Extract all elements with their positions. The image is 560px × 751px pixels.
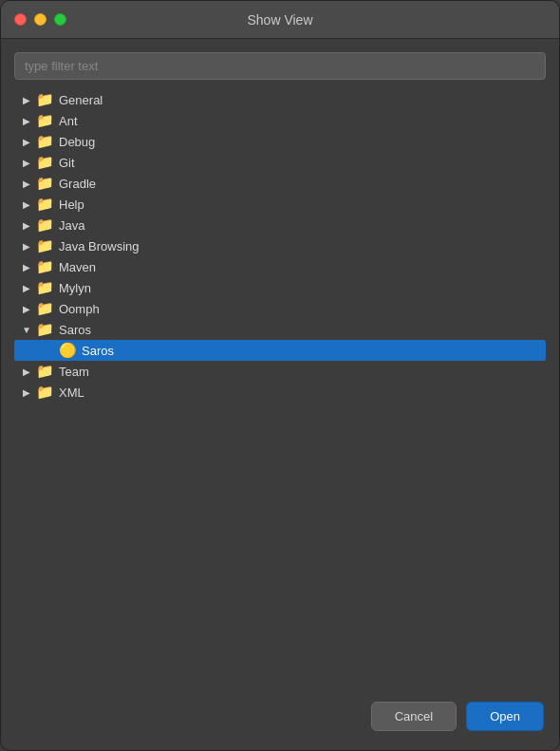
tree-item-gradle[interactable]: ▶📁Gradle: [14, 173, 546, 194]
arrow-icon: ▶: [20, 260, 33, 273]
folder-icon: 📁: [35, 134, 54, 149]
tree-item-label: Mylyn: [59, 281, 91, 295]
arrow-icon: ▶: [20, 239, 33, 253]
tree-item-mylyn[interactable]: ▶📁Mylyn: [14, 277, 546, 298]
tree-item-java-browsing[interactable]: ▶📁Java Browsing: [14, 235, 546, 256]
folder-icon: 📁: [35, 113, 54, 128]
tree-item-label: Gradle: [59, 177, 96, 191]
folder-icon: 📁: [35, 176, 54, 191]
open-button[interactable]: Open: [466, 702, 544, 731]
tree-item-label: Oomph: [59, 302, 100, 316]
arrow-icon: ▶: [20, 218, 33, 232]
tree-item-saros-item[interactable]: 🟡Saros: [14, 340, 546, 361]
folder-icon: 📁: [35, 259, 54, 274]
tree-item-saros[interactable]: ▼📁Saros: [14, 319, 546, 340]
arrow-icon: ▶: [20, 156, 33, 169]
arrow-icon: ▶: [20, 135, 33, 148]
cancel-button[interactable]: Cancel: [371, 702, 457, 731]
tree-item-label: Maven: [59, 260, 96, 274]
dialog-footer: Cancel Open: [1, 686, 559, 750]
tree-item-help[interactable]: ▶📁Help: [14, 194, 546, 215]
tree-item-xml[interactable]: ▶📁XML: [14, 382, 546, 403]
tree-item-team[interactable]: ▶📁Team: [14, 361, 546, 382]
title-bar: Show View: [1, 1, 559, 39]
arrow-icon: ▼: [20, 323, 33, 336]
arrow-icon: ▶: [20, 385, 33, 399]
arrow-icon: ▶: [20, 302, 33, 315]
tree-item-ant[interactable]: ▶📁Ant: [14, 110, 546, 131]
tree-item-label: Team: [59, 365, 89, 379]
maximize-button[interactable]: [54, 13, 66, 26]
tree-container[interactable]: ▶📁General▶📁Ant▶📁Debug▶📁Git▶📁Gradle▶📁Help…: [14, 89, 546, 686]
folder-icon: 📁: [35, 238, 54, 253]
tree-item-maven[interactable]: ▶📁Maven: [14, 256, 546, 277]
arrow-icon: ▶: [20, 177, 33, 190]
close-button[interactable]: [14, 13, 27, 26]
tree-item-debug[interactable]: ▶📁Debug: [14, 131, 546, 152]
folder-icon: 📁: [35, 280, 54, 295]
tree-item-oomph[interactable]: ▶📁Oomph: [14, 298, 546, 319]
folder-icon: 📁: [35, 385, 54, 400]
folder-icon: 📁: [35, 322, 54, 337]
arrow-icon: ▶: [20, 93, 33, 106]
arrow-icon: ▶: [20, 281, 33, 294]
traffic-lights: [14, 13, 66, 26]
tree-item-git[interactable]: ▶📁Git: [14, 152, 546, 173]
tree-item-label: General: [59, 93, 103, 107]
dialog-body: ▶📁General▶📁Ant▶📁Debug▶📁Git▶📁Gradle▶📁Help…: [1, 39, 559, 686]
folder-icon: 📁: [35, 197, 54, 212]
arrow-icon: [43, 344, 56, 357]
tree-item-java[interactable]: ▶📁Java: [14, 215, 546, 235]
folder-icon: 📁: [35, 301, 54, 316]
item-icon: 🟡: [58, 343, 77, 358]
tree-item-label: Java Browsing: [59, 239, 140, 253]
filter-input[interactable]: [14, 52, 546, 80]
arrow-icon: ▶: [20, 365, 33, 378]
tree-item-label: XML: [59, 385, 84, 400]
tree-item-label: Saros: [59, 323, 91, 337]
arrow-icon: ▶: [20, 114, 33, 127]
folder-icon: 📁: [35, 92, 54, 107]
folder-icon: 📁: [35, 364, 54, 379]
show-view-dialog: Show View ▶📁General▶📁Ant▶📁Debug▶📁Git▶📁Gr…: [0, 0, 560, 751]
tree-item-label: Debug: [59, 135, 95, 149]
tree-item-label: Java: [59, 218, 84, 233]
tree-item-label: Saros: [82, 344, 114, 358]
tree-item-general[interactable]: ▶📁General: [14, 89, 546, 110]
tree-item-label: Git: [59, 156, 75, 170]
window-title: Show View: [247, 12, 312, 28]
tree-item-label: Ant: [59, 114, 78, 128]
arrow-icon: ▶: [20, 197, 33, 211]
folder-icon: 📁: [35, 217, 54, 233]
tree-item-label: Help: [59, 197, 84, 212]
folder-icon: 📁: [35, 155, 54, 170]
minimize-button[interactable]: [34, 13, 47, 26]
